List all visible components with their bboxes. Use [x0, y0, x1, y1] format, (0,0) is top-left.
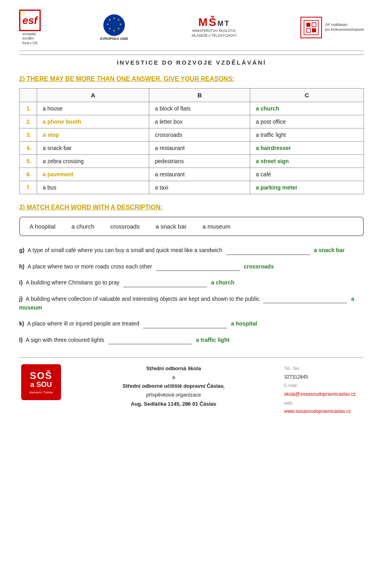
- table-row: a hairdresser: [250, 142, 364, 155]
- footer: SOŠ a SOU dopravní, Čáslav Střední odbor…: [19, 357, 364, 416]
- page: esf ★★★ evropský sociální fond v ČR: [0, 0, 383, 588]
- table-row: a bus: [37, 181, 149, 194]
- match-line: [123, 287, 207, 287]
- table-row: a pavement: [37, 168, 149, 181]
- table-row: a church: [250, 102, 364, 115]
- footer-school-name: Střední odborná škola: [73, 364, 274, 373]
- tel-label: Tel., fax:: [284, 366, 300, 371]
- table-row: a post office: [250, 115, 364, 128]
- table-row: a house: [37, 102, 149, 115]
- table-row: a stop: [37, 128, 149, 142]
- op-logo: OP Vzdělávání pro konkurenceschopnost: [300, 17, 364, 38]
- col-a-header: A: [37, 89, 149, 102]
- email-label: E-mail:: [284, 383, 298, 388]
- svg-rect-10: [306, 23, 310, 27]
- match-list: g) A type of small café where you can bu…: [19, 246, 364, 344]
- table-row: 4.: [20, 142, 37, 155]
- web-label: web:: [284, 401, 293, 405]
- table-row: a taxi: [149, 181, 250, 194]
- word-box-item: a snack bar: [156, 223, 187, 230]
- match-letter: l): [19, 337, 24, 343]
- op-icon: [300, 17, 322, 38]
- svg-rect-11: [312, 23, 316, 27]
- word-box-item: crossroads: [111, 223, 140, 230]
- table-row: pedestrians: [149, 155, 250, 168]
- table-row: a restaurant: [149, 142, 250, 155]
- footer-org: příspěvková organizace: [73, 391, 274, 399]
- word-box: A hospitala churchcrossroadsa snack bara…: [19, 217, 364, 236]
- footer-right: Tel., fax: 327312845 E-mail: skola@sosas…: [284, 364, 364, 416]
- footer-logo-line2: a SOU: [30, 381, 52, 389]
- table-row: a letter box: [149, 115, 250, 128]
- web-link[interactable]: www.sosasoudopravnicaslav.cz: [284, 408, 351, 414]
- footer-street: Aug. Sedláčka 1145, 286 01 Čáslav: [73, 400, 274, 408]
- esf-text: evropský sociální fond v ČR: [22, 32, 38, 45]
- table-row: 6.: [20, 168, 37, 181]
- match-line: [156, 270, 240, 271]
- table-row: a zebra crossing: [37, 155, 149, 168]
- q2-table: A B C 1.a housea block of flatsa church2…: [19, 88, 364, 194]
- match-list-item: g) A type of small café where you can bu…: [19, 246, 364, 255]
- match-list-item: j) A building where collection of valuab…: [19, 294, 364, 312]
- header-logos-row: esf ★★★ evropský sociální fond v ČR: [19, 10, 364, 51]
- svg-text:★: ★: [107, 23, 109, 26]
- footer-center: Střední odborná škola a Střední odborné …: [73, 364, 274, 408]
- table-row: 3.: [20, 128, 37, 142]
- investice-title: INVESTICE DO ROZVOJE VZDĚLÁVÁNÍ: [19, 59, 364, 66]
- table-row: 2.: [20, 115, 37, 128]
- match-list-item: h) A place where two or more roads cross…: [19, 262, 364, 271]
- word-box-item: a church: [71, 223, 95, 230]
- table-row: a parking meter: [250, 181, 364, 194]
- match-list-item: l) A sign with three coloured lights a t…: [19, 335, 364, 344]
- match-answer: a hospital: [231, 320, 257, 327]
- table-row: 5.: [20, 155, 37, 168]
- msmt-letters: MŠMT: [192, 17, 237, 28]
- op-box-icon: [303, 20, 319, 36]
- footer-a: a: [73, 373, 274, 382]
- msmt-logo: MŠMT MINISTERSTVO ŠKOLSTVÍ, MLÁDEŽE A TĚ…: [192, 17, 237, 38]
- footer-logo-sub: dopravní, Čáslav: [29, 391, 53, 394]
- tel-number: 327312845: [284, 374, 308, 380]
- svg-text:★: ★: [119, 23, 122, 26]
- svg-text:★: ★: [117, 27, 120, 30]
- op-text: OP Vzdělávání pro konkurenceschopnost: [325, 23, 364, 32]
- match-line: [108, 344, 192, 344]
- svg-text:★: ★: [113, 29, 115, 32]
- eu-text: EVROPSKÁ UNIE: [100, 37, 128, 41]
- match-line: [143, 328, 227, 328]
- match-letter: i): [19, 279, 24, 286]
- match-letter: j): [19, 296, 24, 302]
- email-link[interactable]: skola@sosasoudopravnicaslav.cz: [284, 391, 355, 397]
- table-row: a snack bar: [37, 142, 149, 155]
- section2-heading: 2) THERE MAY BE MORE THAN ONE ANSWER. GI…: [19, 75, 364, 83]
- match-list-item: i) A building where Christians go to pra…: [19, 278, 364, 287]
- table-row: a restaurant: [149, 168, 250, 181]
- svg-rect-12: [306, 28, 310, 32]
- match-answer: crossroads: [244, 263, 274, 270]
- footer-logo-line1: SOŠ: [30, 371, 53, 381]
- svg-text:★: ★: [117, 18, 120, 21]
- footer-address: Střední odborné učiliště dopravní Čáslav…: [73, 382, 274, 391]
- header-divider: [19, 54, 364, 55]
- esf-logo: esf ★★★ evropský sociální fond v ČR: [19, 10, 41, 45]
- svg-rect-13: [312, 28, 316, 32]
- table-row: 7.: [20, 181, 37, 194]
- table-row: a phone booth: [37, 115, 149, 128]
- match-answer: a snack bar: [314, 247, 345, 253]
- table-row: a traffic light: [250, 128, 364, 142]
- match-letter: h): [19, 263, 26, 270]
- table-row: 1.: [20, 102, 37, 115]
- match-answer: a church: [211, 279, 234, 286]
- match-list-item: k) A place where ill or injured people a…: [19, 319, 364, 328]
- match-line: [263, 303, 347, 303]
- footer-logo: SOŠ a SOU dopravní, Čáslav: [21, 364, 61, 400]
- eu-logo: ★ ★ ★ ★ ★ ★ ★ ★ EVROPSKÁ UNIE: [100, 14, 128, 41]
- match-letter: k): [19, 320, 26, 327]
- footer-logo-area: SOŠ a SOU dopravní, Čáslav: [19, 364, 63, 400]
- table-row: a street sign: [250, 155, 364, 168]
- match-line: [226, 255, 310, 255]
- table-row: a café: [250, 168, 364, 181]
- table-row: crossroads: [149, 128, 250, 142]
- section3-heading: 3) MATCH EACH WORD WITH A DESCRIPTION:: [19, 204, 364, 211]
- col-num-header: [20, 89, 37, 102]
